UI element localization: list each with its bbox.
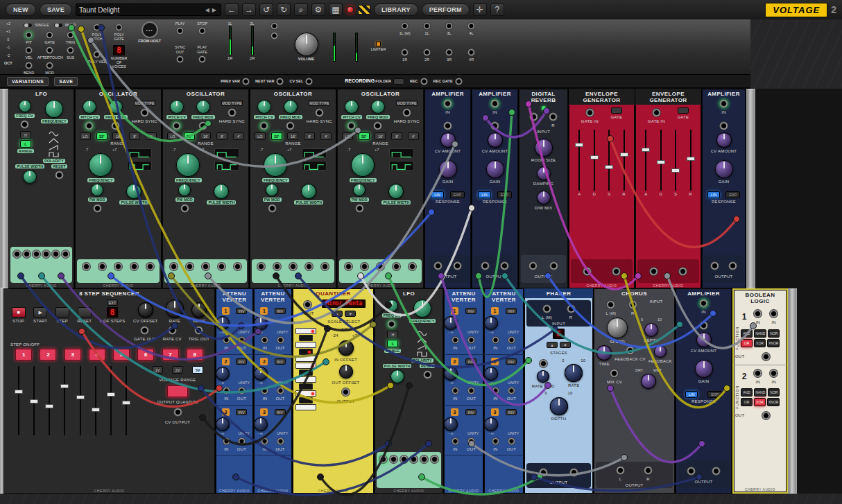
feedback-knob[interactable] — [654, 345, 667, 358]
in-jack[interactable] — [452, 387, 459, 394]
range-4-button[interactable]: 4' — [146, 132, 157, 140]
xor-button[interactable]: XOR — [754, 339, 766, 347]
step-1-slider[interactable] — [15, 366, 23, 435]
gain-knob[interactable] — [715, 160, 733, 178]
out-4l-jack[interactable] — [467, 22, 475, 30]
step-7-button[interactable]: 7 — [162, 349, 179, 360]
rate-mod-knob[interactable] — [537, 370, 549, 383]
aftertouch-jack[interactable] — [46, 46, 53, 54]
square-out-jack[interactable] — [409, 455, 418, 464]
key-selector[interactable] — [295, 327, 316, 411]
pw-mod-jack[interactable] — [180, 204, 189, 213]
step-8-slider[interactable] — [122, 366, 130, 435]
inv-button[interactable]: INV — [275, 358, 286, 365]
output-r-jack[interactable] — [569, 468, 578, 477]
output-l-jack[interactable] — [481, 261, 490, 270]
waveform-display-a[interactable] — [127, 148, 152, 158]
in-b-jack[interactable] — [769, 369, 778, 378]
perform-button[interactable]: PERFORM — [422, 3, 470, 16]
lin-button[interactable]: LIN — [431, 191, 444, 198]
sus-jack[interactable] — [67, 46, 74, 54]
atten-knob-1[interactable] — [444, 316, 458, 330]
inv-button[interactable]: INV — [236, 409, 247, 415]
pw-mod-knob[interactable] — [91, 184, 103, 196]
preset-selector[interactable]: Taunt Delight ◀ ▶ — [76, 3, 221, 16]
range-l-button[interactable]: L — [387, 340, 398, 347]
out-jack[interactable] — [467, 437, 475, 445]
black-key[interactable] — [299, 370, 313, 376]
pulse-out-jack[interactable] — [420, 455, 429, 464]
gate-button[interactable] — [678, 107, 689, 114]
start-button[interactable]: ▶ — [33, 307, 47, 318]
in-b-jack[interactable] — [769, 309, 778, 318]
in-a-jack[interactable] — [753, 369, 762, 378]
scale-down-button[interactable]: ▼ — [345, 311, 356, 317]
range-8-button[interactable]: 8' — [216, 132, 227, 140]
gate-out-jack[interactable] — [140, 326, 149, 335]
bend-jack[interactable] — [25, 62, 33, 69]
variations-tab[interactable]: VARIATIONS — [7, 77, 49, 86]
triangle-out-jack[interactable] — [22, 250, 31, 259]
in-jack[interactable] — [223, 437, 230, 445]
in-jack[interactable] — [490, 99, 499, 108]
frequency-knob[interactable] — [176, 153, 200, 177]
pitch-cv-knob[interactable] — [170, 100, 184, 114]
square-wave-icon[interactable] — [49, 152, 59, 157]
env-out-jack-1[interactable] — [583, 267, 592, 276]
exp-button[interactable]: EXP — [725, 191, 740, 198]
ramp-out-jack[interactable] — [32, 250, 41, 259]
in-offset-knob[interactable] — [338, 340, 354, 356]
step-1-button[interactable]: 1 — [15, 349, 32, 360]
depth-knob[interactable] — [550, 397, 568, 415]
stages-up-button[interactable]: ▲ — [547, 342, 558, 348]
mod-wheel-jack[interactable] — [46, 62, 53, 69]
scale-display[interactable]: Minor Penta — [322, 299, 366, 308]
out-1l-jack[interactable] — [401, 22, 409, 30]
or-button[interactable]: OR — [741, 398, 753, 406]
cv-amount-knob[interactable] — [440, 132, 456, 148]
range-16-button[interactable]: 16' — [375, 132, 386, 140]
range-lo-button[interactable]: LO — [167, 132, 178, 140]
pitch-cv-knob[interactable] — [257, 100, 271, 114]
frequency-knob[interactable] — [89, 153, 112, 177]
library-button[interactable]: LIBRARY — [374, 3, 418, 16]
rate-mod-jack[interactable] — [539, 359, 548, 368]
range-l-button[interactable]: L — [20, 140, 31, 148]
atten-knob-1[interactable] — [216, 316, 230, 330]
freq-mod-knob[interactable] — [109, 100, 123, 114]
damping-knob[interactable] — [537, 166, 551, 180]
black-key[interactable] — [299, 335, 313, 341]
square-out-jack[interactable] — [217, 262, 226, 271]
poly-vel-jack[interactable] — [93, 51, 101, 58]
pw-mod-knob[interactable] — [178, 184, 191, 196]
input-r-jack[interactable] — [549, 112, 558, 121]
gain-knob[interactable] — [695, 360, 713, 378]
step-2-button[interactable]: 2 — [40, 349, 56, 360]
forward-icon[interactable]: → — [242, 3, 256, 16]
play-gate-jack[interactable] — [198, 55, 206, 63]
square-out-jack[interactable] — [130, 262, 139, 271]
freq-cv-knob[interactable] — [386, 299, 398, 312]
atten-knob-2[interactable] — [484, 367, 498, 381]
nand-button[interactable]: NAND — [754, 329, 766, 338]
range-lo-button[interactable]: LO — [255, 132, 266, 140]
inv-button[interactable]: INV — [465, 358, 476, 365]
atten-knob-2[interactable] — [444, 367, 458, 381]
atten-knob-3[interactable] — [444, 417, 458, 431]
ramp-out-jack[interactable] — [289, 262, 298, 271]
lin-button[interactable]: LIN — [478, 191, 491, 198]
output-l-jack[interactable] — [710, 261, 719, 270]
pw-mod-knob[interactable] — [353, 184, 366, 196]
poly-gate-jack[interactable] — [115, 24, 123, 31]
range-32-button[interactable]: 32' — [271, 132, 282, 140]
output-r-jack[interactable] — [728, 261, 737, 270]
hard-sync-jack[interactable] — [140, 108, 149, 117]
sustain-slider[interactable] — [605, 130, 613, 191]
save-button[interactable]: SAVE — [40, 3, 72, 16]
stop-button[interactable]: ■ — [12, 307, 26, 318]
output-r-jack[interactable] — [500, 261, 509, 270]
input-l-jack[interactable] — [542, 304, 551, 313]
step-3-slider[interactable] — [45, 366, 53, 435]
triangle-out-jack[interactable] — [185, 262, 194, 271]
nor-button[interactable]: NOR — [768, 388, 780, 397]
